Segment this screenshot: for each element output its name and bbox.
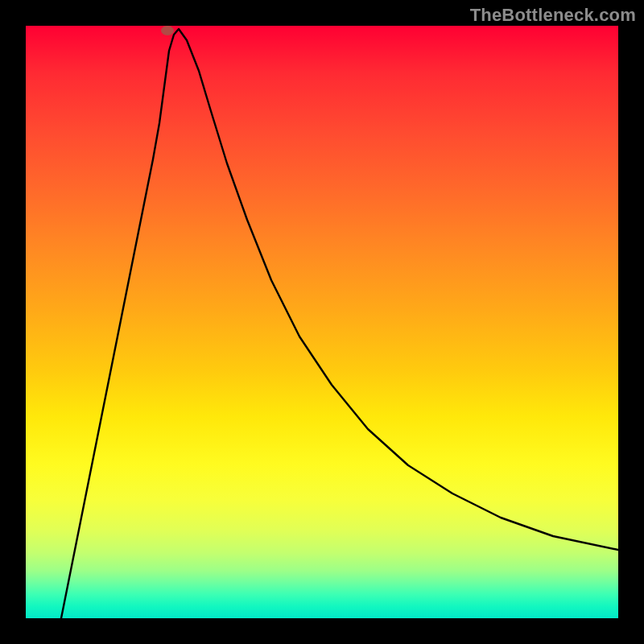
plot-area <box>26 26 618 618</box>
watermark-text: TheBottleneck.com <box>470 5 636 26</box>
chart-svg <box>26 26 618 618</box>
bottleneck-curve <box>60 29 618 618</box>
minimum-marker <box>161 26 174 35</box>
chart-frame: TheBottleneck.com <box>0 0 644 644</box>
